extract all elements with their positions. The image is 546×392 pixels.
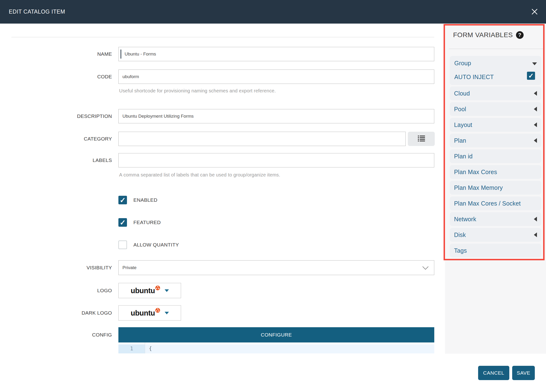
- labels-label: LABELS: [0, 153, 112, 167]
- form-variable-plan-id[interactable]: Plan id: [450, 149, 541, 163]
- ubuntu-circle-of-friends-icon: [155, 284, 160, 291]
- name-input[interactable]: [118, 47, 434, 61]
- allow-quantity-row: ALLOW QUANTITY: [118, 241, 179, 249]
- form-variable-group[interactable]: Group AUTO INJECT: [450, 56, 541, 85]
- ubuntu-logo: ubuntu: [130, 309, 160, 317]
- configure-button[interactable]: CONFIGURE: [118, 327, 434, 342]
- form-variables-title: FORM VARIABLES: [453, 31, 513, 39]
- chevron-left-icon: [534, 91, 537, 96]
- form-variable-cloud[interactable]: Cloud: [450, 86, 541, 100]
- labels-help-text: A comma separated list of labels that ca…: [119, 172, 280, 178]
- code-input[interactable]: [118, 70, 434, 84]
- dark-logo-dropdown[interactable]: ubuntu: [118, 305, 181, 321]
- visibility-value: Private: [123, 265, 136, 270]
- dropdown-caret-icon: [165, 289, 169, 292]
- visibility-select[interactable]: Private: [118, 260, 434, 275]
- form-variable-layout[interactable]: Layout: [450, 118, 541, 132]
- chevron-down-icon: [532, 62, 537, 65]
- list-icon: [418, 135, 425, 143]
- cancel-button[interactable]: CANCEL: [478, 366, 509, 380]
- form-variable-tags[interactable]: Tags: [450, 244, 541, 257]
- category-browse-button[interactable]: [408, 132, 435, 146]
- chevron-left-icon: [534, 122, 537, 127]
- ubuntu-circle-of-friends-icon: [155, 307, 160, 314]
- form-variable-disk[interactable]: Disk: [450, 228, 541, 242]
- description-label: DESCRIPTION: [0, 109, 112, 123]
- help-icon[interactable]: ?: [516, 31, 524, 39]
- form-variables-panel: FORM VARIABLES ? Group AUTO INJECT Cloud…: [445, 24, 546, 354]
- featured-label: FEATURED: [133, 219, 161, 225]
- close-icon: [531, 8, 539, 16]
- enabled-row: ENABLED: [118, 196, 157, 204]
- chevron-left-icon: [534, 138, 537, 143]
- name-label: NAME: [0, 47, 112, 61]
- visibility-label: VISIBILITY: [0, 260, 112, 275]
- category-label: CATEGORY: [0, 132, 112, 146]
- chevron-left-icon: [534, 217, 537, 221]
- dark-logo-label: DARK LOGO: [0, 305, 112, 321]
- chevron-left-icon: [534, 107, 537, 111]
- featured-row: FEATURED: [118, 218, 161, 227]
- form-variable-pool[interactable]: Pool: [450, 102, 541, 116]
- save-button[interactable]: SAVE: [512, 366, 535, 380]
- code-help-text: Useful shortcode for provisioning naming…: [119, 88, 276, 94]
- close-button[interactable]: [530, 7, 539, 17]
- modal-header: EDIT CATALOG ITEM: [0, 0, 546, 24]
- form-variable-plan-max-memory[interactable]: Plan Max Memory: [450, 181, 541, 195]
- divider: [11, 37, 434, 37]
- code-label: CODE: [0, 70, 112, 84]
- form-variable-plan-max-cores-socket[interactable]: Plan Max Cores / Socket: [450, 196, 541, 210]
- config-label: CONFIG: [0, 327, 112, 342]
- text-cursor: [121, 50, 121, 58]
- description-input[interactable]: [118, 109, 434, 123]
- modal-title: EDIT CATALOG ITEM: [9, 9, 65, 15]
- divider: [449, 49, 545, 49]
- labels-input[interactable]: [118, 153, 434, 167]
- enabled-checkbox[interactable]: [118, 196, 127, 204]
- form-variable-plan-max-cores[interactable]: Plan Max Cores: [450, 165, 541, 179]
- editor-line-number: 1: [118, 346, 145, 352]
- editor-gutter: 1: [118, 342, 145, 353]
- auto-inject-label: AUTO INJECT: [454, 74, 494, 81]
- category-input[interactable]: [118, 132, 406, 146]
- config-code-editor[interactable]: 1 {: [118, 342, 434, 353]
- group-label: Group: [454, 60, 471, 67]
- auto-inject-checkbox[interactable]: [527, 72, 535, 80]
- chevron-down-icon: [422, 266, 429, 271]
- editor-line-content: {: [149, 346, 152, 351]
- form-variable-plan[interactable]: Plan: [450, 134, 541, 148]
- editor-code-area[interactable]: {: [145, 342, 434, 353]
- form-variable-network[interactable]: Network: [450, 212, 541, 226]
- logo-label: LOGO: [0, 283, 112, 298]
- chevron-left-icon: [534, 232, 537, 237]
- allow-quantity-label: ALLOW QUANTITY: [133, 242, 179, 248]
- allow-quantity-checkbox[interactable]: [118, 241, 127, 249]
- enabled-label: ENABLED: [133, 197, 157, 203]
- ubuntu-logo: ubuntu: [130, 287, 160, 294]
- dropdown-caret-icon: [165, 312, 169, 314]
- logo-dropdown[interactable]: ubuntu: [118, 283, 181, 298]
- featured-checkbox[interactable]: [118, 218, 127, 227]
